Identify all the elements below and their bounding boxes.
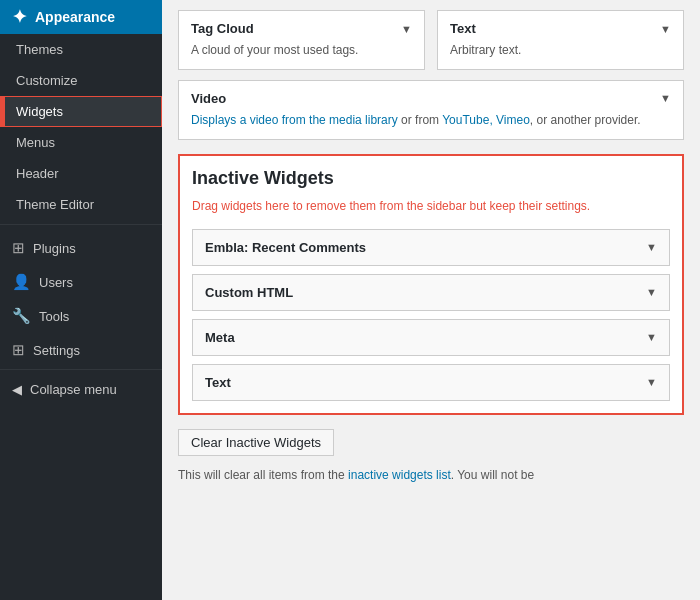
- top-widget-row: Tag Cloud ▼ A cloud of your most used ta…: [178, 10, 684, 70]
- text-widget-arrow-icon: ▼: [660, 23, 671, 35]
- main-content: Tag Cloud ▼ A cloud of your most used ta…: [162, 0, 700, 600]
- collapse-menu-button[interactable]: ◀ Collapse menu: [0, 374, 162, 405]
- tag-cloud-arrow-icon: ▼: [401, 23, 412, 35]
- inactive-widgets-desc: Drag widgets here to remove them from th…: [192, 197, 670, 215]
- inactive-widget-text[interactable]: Text ▼: [192, 364, 670, 401]
- inactive-widget-text-arrow-icon: ▼: [646, 376, 657, 388]
- sidebar-item-widgets[interactable]: Widgets: [0, 96, 162, 127]
- inactive-widget-custom-html[interactable]: Custom HTML ▼: [192, 274, 670, 311]
- inactive-widget-meta[interactable]: Meta ▼: [192, 319, 670, 356]
- text-widget-header[interactable]: Text ▼: [450, 21, 671, 36]
- sidebar-item-menus[interactable]: Menus: [0, 127, 162, 158]
- sidebar-item-theme-editor[interactable]: Theme Editor: [0, 189, 162, 220]
- text-widget: Text ▼ Arbitrary text.: [437, 10, 684, 70]
- inactive-widgets-section: Inactive Widgets Drag widgets here to re…: [178, 154, 684, 415]
- video-widget-header[interactable]: Video ▼: [191, 91, 671, 106]
- sidebar-section-plugins[interactable]: ⊞ Plugins: [0, 229, 162, 263]
- video-widget-arrow-icon: ▼: [660, 92, 671, 104]
- divider: [0, 224, 162, 225]
- video-widget-desc: Displays a video from the media library …: [191, 112, 671, 129]
- inactive-widget-embla-arrow-icon: ▼: [646, 241, 657, 253]
- clear-note-text2: . You will not be: [451, 468, 534, 482]
- sidebar-section-settings[interactable]: ⊞ Settings: [0, 331, 162, 365]
- users-icon: 👤: [12, 273, 31, 291]
- sidebar-app-title: Appearance: [35, 9, 115, 25]
- sidebar: ✦ Appearance Themes Customize Widgets Me…: [0, 0, 162, 600]
- text-widget-desc: Arbitrary text.: [450, 42, 671, 59]
- inactive-widget-meta-arrow-icon: ▼: [646, 331, 657, 343]
- text-widget-title: Text: [450, 21, 476, 36]
- sidebar-section-plugins-label: Plugins: [33, 241, 76, 256]
- sidebar-item-customize[interactable]: Customize: [0, 65, 162, 96]
- video-widget: Video ▼ Displays a video from the media …: [178, 80, 684, 140]
- tag-cloud-widget: Tag Cloud ▼ A cloud of your most used ta…: [178, 10, 425, 70]
- sidebar-header[interactable]: ✦ Appearance: [0, 0, 162, 34]
- clear-inactive-widgets-button[interactable]: Clear Inactive Widgets: [178, 429, 334, 456]
- inactive-widget-custom-html-label: Custom HTML: [205, 285, 293, 300]
- video-desc-link1: Displays a video from the media library: [191, 113, 398, 127]
- clear-note-link: inactive widgets list: [348, 468, 451, 482]
- video-widget-title: Video: [191, 91, 226, 106]
- inactive-widget-custom-html-arrow-icon: ▼: [646, 286, 657, 298]
- divider-2: [0, 369, 162, 370]
- plugins-icon: ⊞: [12, 239, 25, 257]
- tag-cloud-desc: A cloud of your most used tags.: [191, 42, 412, 59]
- content-inner: Tag Cloud ▼ A cloud of your most used ta…: [162, 0, 700, 500]
- settings-icon: ⊞: [12, 341, 25, 359]
- collapse-menu-label: Collapse menu: [30, 382, 117, 397]
- inactive-widget-meta-label: Meta: [205, 330, 235, 345]
- tag-cloud-title: Tag Cloud: [191, 21, 254, 36]
- sidebar-section-tools-label: Tools: [39, 309, 69, 324]
- tag-cloud-header[interactable]: Tag Cloud ▼: [191, 21, 412, 36]
- inactive-widget-embla-label: Embla: Recent Comments: [205, 240, 366, 255]
- tools-icon: 🔧: [12, 307, 31, 325]
- video-desc-link2: YouTube,: [442, 113, 493, 127]
- collapse-arrow-icon: ◀: [12, 382, 22, 397]
- sidebar-section-users-label: Users: [39, 275, 73, 290]
- inactive-widget-embla[interactable]: Embla: Recent Comments ▼: [192, 229, 670, 266]
- html-bold: HTML: [257, 285, 293, 300]
- inactive-widget-text-label: Text: [205, 375, 231, 390]
- sidebar-nav: Themes Customize Widgets Menus Header Th…: [0, 34, 162, 220]
- clear-note-text1: This will clear all items from the: [178, 468, 348, 482]
- clear-note: This will clear all items from the inact…: [178, 466, 684, 484]
- sidebar-section-users[interactable]: 👤 Users: [0, 263, 162, 297]
- inactive-widgets-title: Inactive Widgets: [192, 168, 670, 189]
- wp-icon: ✦: [12, 6, 27, 28]
- sidebar-item-themes[interactable]: Themes: [0, 34, 162, 65]
- sidebar-section-settings-label: Settings: [33, 343, 80, 358]
- sidebar-item-header[interactable]: Header: [0, 158, 162, 189]
- sidebar-section-tools[interactable]: 🔧 Tools: [0, 297, 162, 331]
- video-desc-link3: Vimeo: [496, 113, 530, 127]
